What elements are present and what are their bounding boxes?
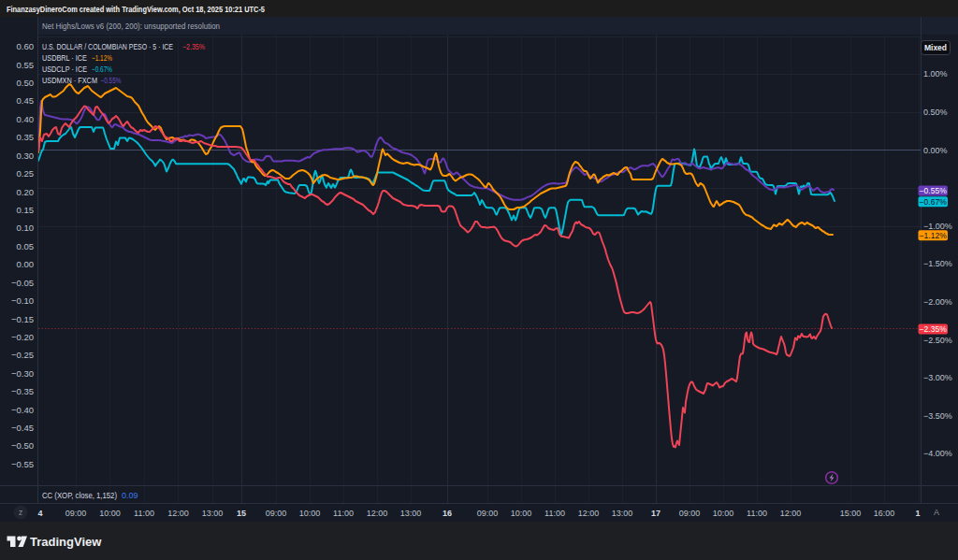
svg-text:10:00: 10:00	[99, 509, 121, 518]
svg-text:4: 4	[37, 509, 42, 518]
svg-text:CC (XOP, close, 1,152): CC (XOP, close, 1,152)	[42, 491, 117, 500]
svg-text:USDMXN · FXCM: USDMXN · FXCM	[42, 76, 97, 85]
svg-text:−0.55%: −0.55%	[101, 76, 122, 85]
svg-text:11:00: 11:00	[747, 509, 767, 518]
svg-text:−0.45: −0.45	[11, 423, 34, 433]
svg-text:0.20: 0.20	[17, 187, 35, 197]
svg-text:10:00: 10:00	[511, 509, 532, 518]
svg-text:16: 16	[443, 509, 452, 518]
svg-text:0.05: 0.05	[17, 241, 35, 251]
svg-text:−0.55%: −0.55%	[920, 186, 948, 195]
svg-text:0.40: 0.40	[17, 114, 35, 124]
svg-text:13:00: 13:00	[612, 509, 633, 518]
svg-text:−0.25: −0.25	[11, 350, 34, 360]
svg-text:USDBRL · ICE: USDBRL · ICE	[42, 53, 87, 63]
svg-text:U.S. DOLLAR / COLOMBIAN PESO ·: U.S. DOLLAR / COLOMBIAN PESO · 5 · ICE	[42, 42, 173, 51]
svg-text:0.25: 0.25	[17, 168, 35, 179]
svg-text:−0.15: −0.15	[11, 314, 34, 324]
svg-text:0.35: 0.35	[17, 132, 35, 142]
svg-text:−2.35%: −2.35%	[920, 324, 948, 334]
svg-text:13:00: 13:00	[202, 509, 224, 518]
svg-text:z: z	[19, 508, 22, 517]
svg-text:11:00: 11:00	[134, 509, 154, 518]
svg-text:0.10: 0.10	[17, 223, 35, 233]
svg-text:−2.00%: −2.00%	[923, 297, 952, 307]
svg-text:−1.12%: −1.12%	[92, 53, 112, 63]
svg-text:−0.30: −0.30	[11, 368, 34, 379]
svg-text:FinanzasyDineroCom created wit: FinanzasyDineroCom created with TradingV…	[7, 5, 265, 14]
svg-text:−2.35%: −2.35%	[182, 42, 205, 51]
svg-text:Mixed: Mixed	[924, 43, 947, 52]
svg-text:USDCLP · ICE: USDCLP · ICE	[42, 65, 87, 74]
svg-text:−1.50%: −1.50%	[923, 259, 952, 268]
svg-text:0.45: 0.45	[17, 95, 35, 106]
svg-text:11:00: 11:00	[333, 509, 354, 518]
svg-text:−1.00%: −1.00%	[923, 222, 952, 231]
svg-text:0.00: 0.00	[17, 259, 35, 269]
svg-text:12:00: 12:00	[167, 509, 189, 518]
svg-text:−0.67%: −0.67%	[920, 197, 948, 207]
svg-text:−0.40: −0.40	[11, 405, 34, 415]
svg-text:17: 17	[651, 509, 660, 518]
svg-text:−0.35: −0.35	[11, 386, 34, 396]
svg-text:−3.00%: −3.00%	[923, 373, 952, 382]
svg-text:0.15: 0.15	[17, 205, 35, 215]
svg-text:0.50%: 0.50%	[923, 108, 948, 117]
svg-text:0.50: 0.50	[17, 78, 35, 88]
svg-text:15:00: 15:00	[840, 509, 862, 518]
svg-text:1.00%: 1.00%	[923, 69, 948, 79]
svg-text:−0.10: −0.10	[11, 295, 34, 306]
svg-text:−0.05: −0.05	[11, 278, 34, 288]
svg-text:−2.50%: −2.50%	[923, 336, 952, 345]
svg-text:−4.00%: −4.00%	[923, 449, 952, 458]
svg-text:TradingView: TradingView	[30, 535, 102, 549]
svg-text:0.30: 0.30	[17, 151, 35, 161]
svg-text:10:00: 10:00	[299, 509, 321, 518]
svg-text:11:00: 11:00	[544, 509, 565, 518]
svg-text:09:00: 09:00	[65, 509, 87, 518]
svg-text:−0.67%: −0.67%	[92, 65, 112, 74]
svg-text:16:00: 16:00	[874, 509, 895, 518]
svg-text:0.09: 0.09	[122, 491, 138, 500]
svg-text:12:00: 12:00	[367, 509, 388, 518]
svg-text:−0.55: −0.55	[11, 459, 34, 469]
svg-text:Net Highs/Lows v6 (200, 200):: Net Highs/Lows v6 (200, 200): unsupporte…	[42, 22, 220, 31]
svg-text:−0.50: −0.50	[11, 440, 34, 451]
svg-text:1: 1	[915, 509, 920, 518]
svg-text:12:00: 12:00	[578, 509, 600, 518]
svg-text:09:00: 09:00	[477, 509, 499, 518]
svg-text:−1.12%: −1.12%	[920, 231, 948, 240]
svg-text:A: A	[934, 508, 939, 517]
svg-text:09:00: 09:00	[679, 509, 701, 518]
svg-text:−3.50%: −3.50%	[923, 411, 952, 421]
svg-text:12:00: 12:00	[780, 509, 802, 518]
svg-text:0.00%: 0.00%	[923, 146, 948, 155]
svg-text:10:00: 10:00	[713, 509, 734, 518]
svg-text:0.60: 0.60	[17, 41, 35, 51]
svg-text:09:00: 09:00	[266, 509, 287, 518]
svg-text:−0.20: −0.20	[11, 332, 34, 342]
svg-text:15: 15	[237, 509, 246, 518]
svg-text:13:00: 13:00	[400, 509, 422, 518]
svg-text:0.55: 0.55	[17, 60, 35, 70]
